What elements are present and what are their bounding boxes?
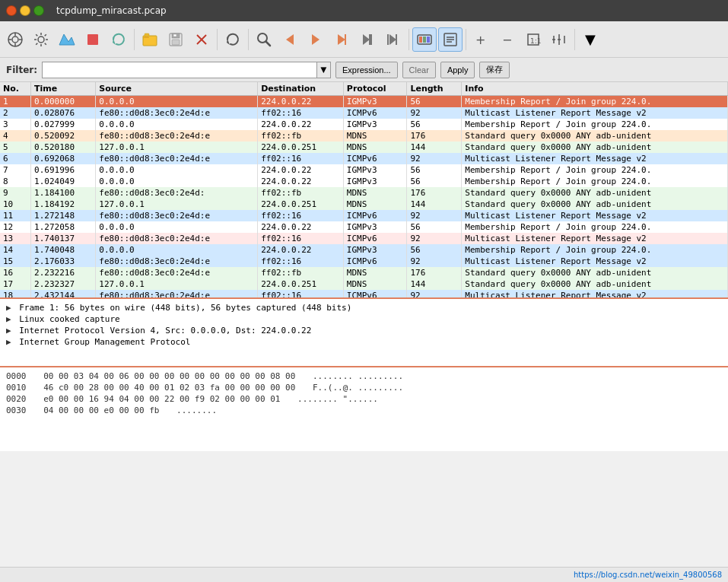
table-row[interactable]: 152.176033fe80::d0d8:3ec0:2e4d:eff02::16… xyxy=(0,256,728,267)
table-row[interactable]: 20.028076fe80::d0d8:3ec0:2e4d:eff02::16I… xyxy=(0,107,728,119)
table-row[interactable]: 172.232327127.0.0.1224.0.0.251MDNS144Sta… xyxy=(0,278,728,290)
window-controls xyxy=(6,5,44,16)
table-row[interactable]: 111.272148fe80::d0d8:3ec0:2e4d:eff02::16… xyxy=(0,210,728,221)
svg-marker-25 xyxy=(363,34,370,45)
zoom-in-icon[interactable]: + xyxy=(469,27,494,52)
cell-proto: MDNS xyxy=(343,187,407,199)
svg-rect-8 xyxy=(87,34,98,45)
cell-src: 0.0.0.0 xyxy=(96,119,258,130)
save-button[interactable]: 保存 xyxy=(479,62,510,78)
cell-dst: ff02::16 xyxy=(258,290,344,299)
separator-5 xyxy=(466,29,466,50)
hex-offset-1: 0010 xyxy=(6,383,27,393)
normal-size-icon[interactable]: 1:1 xyxy=(521,27,545,52)
shark-icon[interactable] xyxy=(55,27,79,52)
autoscroll-icon[interactable] xyxy=(438,27,463,52)
table-row[interactable]: 81.0240490.0.0.0224.0.0.22IGMPv356Member… xyxy=(0,176,728,187)
col-info[interactable]: Info xyxy=(462,82,728,96)
hex-line-2: 0020 e0 00 00 16 94 04 00 00 22 00 f9 02… xyxy=(6,393,722,405)
col-source[interactable]: Source xyxy=(96,82,258,96)
stop-icon[interactable] xyxy=(81,27,105,52)
detail-line-1[interactable]: ▶ Linux cooked capture xyxy=(6,313,722,325)
packet-table-container: No. Time Source Destination Protocol Len… xyxy=(0,82,728,299)
table-row[interactable]: 60.692068fe80::d0d8:3ec0:2e4d:eff02::16I… xyxy=(0,153,728,164)
cell-no: 4 xyxy=(0,130,31,142)
expand-icon-0: ▶ xyxy=(6,303,11,313)
restart-icon[interactable] xyxy=(106,27,131,52)
cell-time: 0.692068 xyxy=(31,153,96,164)
table-row[interactable]: 162.232216fe80::d0d8:3ec0:2e4d:eff02::fb… xyxy=(0,267,728,278)
status-url: https://blog.csdn.net/weixin_49800568 xyxy=(574,571,722,579)
col-no[interactable]: No. xyxy=(0,82,31,96)
cell-len: 176 xyxy=(407,187,462,199)
cell-proto: ICMPv6 xyxy=(343,256,407,267)
cell-info: Multicast Listener Report Message v2 xyxy=(462,210,728,221)
expand-icon-3: ▶ xyxy=(6,337,11,347)
cell-proto: ICMPv6 xyxy=(343,233,407,244)
resize-columns-icon[interactable] xyxy=(547,27,571,52)
col-destination[interactable]: Destination xyxy=(258,82,344,96)
cell-proto: ICMPv6 xyxy=(343,107,407,119)
table-row[interactable]: 141.7400480.0.0.0224.0.0.22IGMPv356Membe… xyxy=(0,244,728,256)
hex-bytes-1: 46 c0 00 28 00 00 40 00 01 02 03 fa 00 0… xyxy=(43,383,295,393)
col-length[interactable]: Length xyxy=(407,82,462,96)
options-icon[interactable] xyxy=(29,27,53,52)
table-row[interactable]: 101.184192127.0.0.1224.0.0.251MDNS144Sta… xyxy=(0,199,728,210)
table-row[interactable]: 182.432144fe80::d0d8:3ec0:2e4d:eff02::16… xyxy=(0,290,728,299)
cell-proto: MDNS xyxy=(343,142,407,153)
detail-line-2[interactable]: ▶ Internet Protocol Version 4, Src: 0.0.… xyxy=(6,325,722,336)
hex-line-3: 0030 04 00 00 00 e0 00 00 fb ........ xyxy=(6,405,722,416)
cell-src: 0.0.0.0 xyxy=(96,244,258,256)
reload-icon[interactable] xyxy=(221,27,245,52)
save-icon[interactable] xyxy=(164,27,188,52)
separator-6 xyxy=(574,29,575,50)
zoom-out-icon[interactable]: − xyxy=(495,27,520,52)
interfaces-icon[interactable] xyxy=(3,27,27,52)
next-packet-icon[interactable] xyxy=(304,27,328,52)
goto-packet-icon[interactable] xyxy=(329,27,354,52)
col-protocol[interactable]: Protocol xyxy=(343,82,407,96)
minimize-button[interactable] xyxy=(20,5,30,16)
table-row[interactable]: 50.520180127.0.0.1224.0.0.251MDNS144Stan… xyxy=(0,142,728,153)
table-row[interactable]: 70.6919960.0.0.0224.0.0.22IGMPv356Member… xyxy=(0,164,728,176)
svg-rect-32 xyxy=(419,37,422,43)
table-row[interactable]: 91.184100fe80::d0d8:3ec0:2e4d:ff02::fbMD… xyxy=(0,187,728,199)
cell-dst: ff02::16 xyxy=(258,107,344,119)
detail-line-3[interactable]: ▶ Internet Group Management Protocol xyxy=(6,336,722,348)
table-row[interactable]: 30.0279990.0.0.0224.0.0.22IGMPv356Member… xyxy=(0,119,728,130)
table-row[interactable]: 121.2720580.0.0.0224.0.0.22IGMPv356Membe… xyxy=(0,221,728,233)
maximize-button[interactable] xyxy=(33,5,44,16)
filter-dropdown-button[interactable]: ▼ xyxy=(317,62,331,78)
cell-info: Multicast Listener Report Message v2 xyxy=(462,233,728,244)
clear-button[interactable]: Clear xyxy=(402,62,436,78)
close-button[interactable] xyxy=(6,5,17,16)
apply-button[interactable]: Apply xyxy=(440,62,475,78)
detail-text-2: Internet Protocol Version 4, Src: 0.0.0.… xyxy=(19,326,311,336)
cell-info: Membership Report / Join group 224.0. xyxy=(462,96,728,108)
filter-input[interactable] xyxy=(42,62,317,78)
col-time[interactable]: Time xyxy=(31,82,96,96)
detail-pane: ▶ Frame 1: 56 bytes on wire (448 bits), … xyxy=(0,299,728,367)
svg-rect-34 xyxy=(427,37,430,43)
detail-text-3: Internet Group Management Protocol xyxy=(19,337,190,347)
last-packet-icon[interactable] xyxy=(381,27,405,52)
hex-offset-0: 0000 xyxy=(6,371,27,381)
table-row[interactable]: 131.740137fe80::d0d8:3ec0:2e4d:eff02::16… xyxy=(0,233,728,244)
cell-no: 9 xyxy=(0,187,31,199)
find-icon[interactable] xyxy=(252,27,276,52)
hex-line-0: 0000 00 00 03 04 00 06 00 00 00 00 00 00… xyxy=(6,371,722,382)
more-icon[interactable]: ▼ xyxy=(578,27,602,52)
detail-line-0[interactable]: ▶ Frame 1: 56 bytes on wire (448 bits), … xyxy=(6,302,722,313)
cell-src: fe80::d0d8:3ec0:2e4d:e xyxy=(96,107,258,119)
cell-len: 144 xyxy=(407,278,462,290)
close-icon[interactable] xyxy=(189,27,214,52)
table-row[interactable]: 40.520092fe80::d0d8:3ec0:2e4d:eff02::fbM… xyxy=(0,130,728,142)
cell-time: 1.272148 xyxy=(31,210,96,221)
first-packet-icon[interactable] xyxy=(355,27,380,52)
open-icon[interactable] xyxy=(138,27,162,52)
cell-src: 127.0.0.1 xyxy=(96,142,258,153)
colorize-icon[interactable] xyxy=(412,27,437,52)
expression-button[interactable]: Expression... xyxy=(335,62,398,78)
prev-packet-icon[interactable] xyxy=(278,27,302,52)
table-row[interactable]: 10.0000000.0.0.0224.0.0.22IGMPv356Member… xyxy=(0,96,728,108)
